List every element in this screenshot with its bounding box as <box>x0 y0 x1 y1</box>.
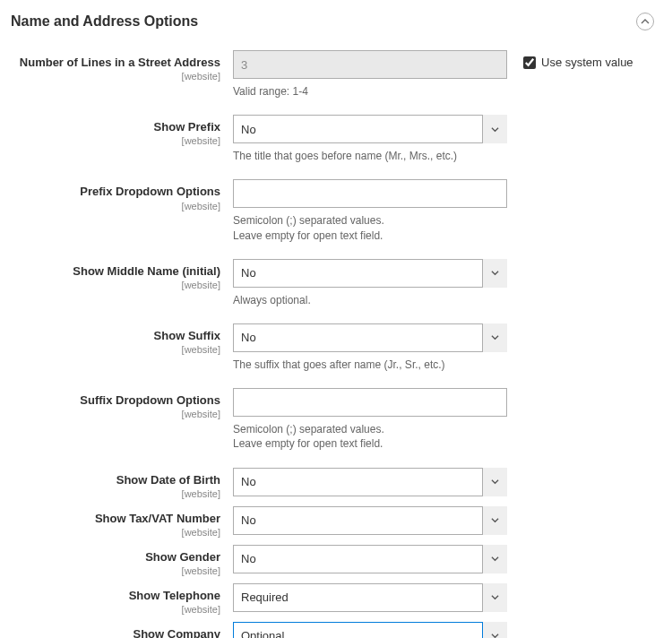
show-phone-select[interactable]: Required <box>233 583 507 612</box>
field-show-middle: Show Middle Name (initial) [website] No … <box>9 259 663 307</box>
suffix-options-input[interactable] <box>233 388 507 417</box>
field-suffix-options: Suffix Dropdown Options [website] Semico… <box>9 388 663 451</box>
field-label: Show Prefix <box>154 120 220 134</box>
field-scope: [website] <box>18 409 220 421</box>
field-show-phone: Show Telephone [website] Required <box>9 583 663 616</box>
use-system-checkbox[interactable] <box>523 56 536 69</box>
field-scope: [website] <box>18 71 220 83</box>
field-note: Valid range: 1-4 <box>233 84 507 99</box>
field-note: Semicolon (;) separated values. Leave em… <box>233 422 507 451</box>
field-label: Show Gender <box>145 550 220 564</box>
field-prefix-options: Prefix Dropdown Options [website] Semico… <box>9 179 663 242</box>
show-vat-select[interactable]: No <box>233 506 507 535</box>
field-note: Always optional. <box>233 293 507 307</box>
field-label: Number of Lines in a Street Address <box>20 56 220 69</box>
show-dob-select[interactable]: No <box>233 468 507 496</box>
control-col: Valid range: 1-4 <box>233 50 507 99</box>
field-street-lines: Number of Lines in a Street Address [web… <box>9 50 663 99</box>
street-lines-input <box>233 50 507 79</box>
after-col: Use system value <box>507 50 654 69</box>
fields-container: Number of Lines in a Street Address [web… <box>9 38 663 638</box>
field-scope: [website] <box>18 488 220 501</box>
collapse-toggle[interactable] <box>636 13 654 30</box>
field-note: The title that goes before name (Mr., Mr… <box>233 149 507 163</box>
field-label: Suffix Dropdown Options <box>80 393 220 407</box>
field-label: Show Company <box>133 627 220 639</box>
show-suffix-select[interactable]: No <box>233 323 507 352</box>
field-label: Show Telephone <box>129 589 220 602</box>
show-company-select[interactable]: Optional <box>233 622 507 639</box>
field-scope: [website] <box>18 201 220 213</box>
field-show-gender: Show Gender [website] No <box>9 545 663 578</box>
field-show-vat: Show Tax/VAT Number [website] No <box>9 506 663 539</box>
show-prefix-select[interactable]: No <box>233 115 507 143</box>
prefix-options-input[interactable] <box>233 179 507 208</box>
name-address-options-section: Name and Address Options Number of Lines… <box>0 0 672 638</box>
field-note: Semicolon (;) separated values. Leave em… <box>233 213 507 242</box>
field-label: Prefix Dropdown Options <box>80 185 220 198</box>
label-col: Number of Lines in a Street Address [web… <box>18 50 233 83</box>
field-label: Show Suffix <box>154 329 220 342</box>
field-scope: [website] <box>18 135 220 148</box>
section-header: Name and Address Options <box>9 9 663 38</box>
field-show-dob: Show Date of Birth [website] No <box>9 468 663 501</box>
field-label: Show Middle Name (initial) <box>73 264 220 278</box>
section-title: Name and Address Options <box>11 13 198 30</box>
use-system-label: Use system value <box>541 56 633 69</box>
field-scope: [website] <box>18 527 220 539</box>
show-gender-select[interactable]: No <box>233 545 507 573</box>
field-note: The suffix that goes after name (Jr., Sr… <box>233 358 507 372</box>
field-scope: [website] <box>18 344 220 357</box>
field-label: Show Tax/VAT Number <box>95 512 220 525</box>
chevron-up-icon <box>641 17 650 26</box>
field-scope: [website] <box>18 565 220 578</box>
field-scope: [website] <box>18 280 220 292</box>
show-middle-select[interactable]: No <box>233 259 507 288</box>
field-show-prefix: Show Prefix [website] No The title that … <box>9 115 663 163</box>
field-label: Show Date of Birth <box>116 473 220 487</box>
field-scope: [website] <box>18 604 220 616</box>
field-show-company: Show Company [website] Optional <box>9 622 663 639</box>
field-show-suffix: Show Suffix [website] No The suffix that… <box>9 323 663 372</box>
